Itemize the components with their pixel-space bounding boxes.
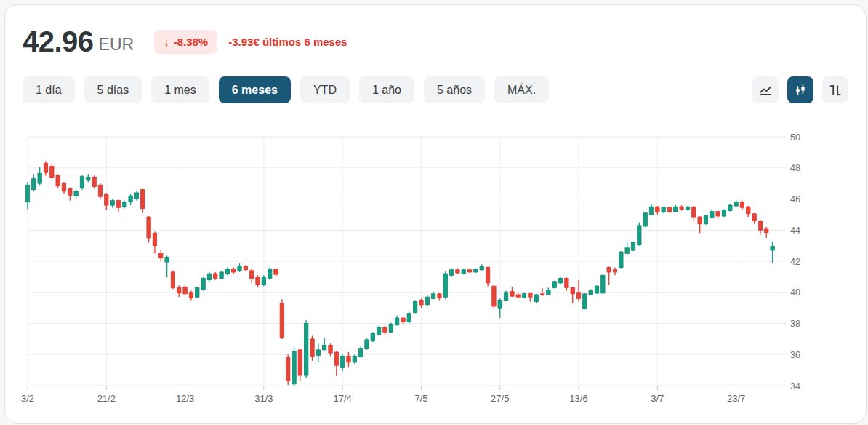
svg-text:23/7: 23/7 <box>727 393 745 404</box>
svg-text:12/3: 12/3 <box>176 393 194 404</box>
svg-text:50: 50 <box>790 132 800 143</box>
indicators-icon <box>828 83 843 98</box>
change-percent-badge: ↓ -8.38% <box>154 30 217 54</box>
stock-chart-card: 42.96 EUR ↓ -8.38% -3.93€ últimos 6 mese… <box>4 4 867 424</box>
chart-type-buttons <box>752 76 848 103</box>
range-chip-5-dias[interactable]: 5 días <box>84 76 142 103</box>
stock-widget-page: 42.96 EUR ↓ -8.38% -3.93€ últimos 6 mese… <box>0 0 868 425</box>
line-chart-button[interactable] <box>752 76 779 103</box>
svg-text:44: 44 <box>790 226 800 236</box>
svg-text:40: 40 <box>790 287 800 298</box>
range-chip-1-ano[interactable]: 1 año <box>359 76 414 103</box>
svg-text:17/4: 17/4 <box>334 393 352 404</box>
chart-controls: 1 día5 días1 mes6 mesesYTD1 año5 añosMÁX… <box>23 76 848 103</box>
svg-text:3/2: 3/2 <box>21 393 34 404</box>
price-header: 42.96 EUR ↓ -8.38% -3.93€ últimos 6 mese… <box>23 25 347 58</box>
svg-text:7/5: 7/5 <box>414 393 427 404</box>
range-chip-ytd[interactable]: YTD <box>300 76 350 103</box>
change-percent-value: -8.38% <box>174 36 209 48</box>
indicators-button[interactable] <box>822 76 848 103</box>
svg-text:31/3: 31/3 <box>254 393 273 404</box>
svg-text:27/5: 27/5 <box>491 393 509 404</box>
range-chip-1-dia[interactable]: 1 día <box>23 76 75 103</box>
range-chip-5-anos[interactable]: 5 años <box>424 76 485 103</box>
svg-text:34: 34 <box>790 381 800 392</box>
candlestick-chart-button[interactable] <box>787 76 813 103</box>
svg-text:36: 36 <box>790 350 800 360</box>
currency-label: EUR <box>99 35 134 55</box>
svg-text:48: 48 <box>790 163 800 173</box>
svg-text:42: 42 <box>790 257 800 267</box>
candlestick-icon <box>793 83 808 98</box>
range-chip-1-mes[interactable]: 1 mes <box>151 76 209 103</box>
svg-text:46: 46 <box>790 194 800 204</box>
svg-text:3/7: 3/7 <box>651 393 664 404</box>
svg-text:38: 38 <box>790 319 800 329</box>
price-chart[interactable]: 5048464442403836343/221/212/331/317/47/5… <box>5 5 868 425</box>
current-price: 42.96 <box>23 25 94 58</box>
change-amount-text: -3.93€ últimos 6 meses <box>228 36 347 48</box>
range-chips: 1 día5 días1 mes6 mesesYTD1 año5 añosMÁX… <box>23 76 549 103</box>
line-chart-icon <box>758 83 773 98</box>
svg-text:13/6: 13/6 <box>569 393 587 404</box>
range-chip-6-meses[interactable]: 6 meses <box>219 76 291 103</box>
arrow-down-icon: ↓ <box>164 36 169 48</box>
range-chip-max[interactable]: MÁX. <box>494 76 549 103</box>
candlestick-chart-svg: 5048464442403836343/221/212/331/317/47/5… <box>1 1 868 425</box>
svg-text:21/2: 21/2 <box>97 393 116 404</box>
